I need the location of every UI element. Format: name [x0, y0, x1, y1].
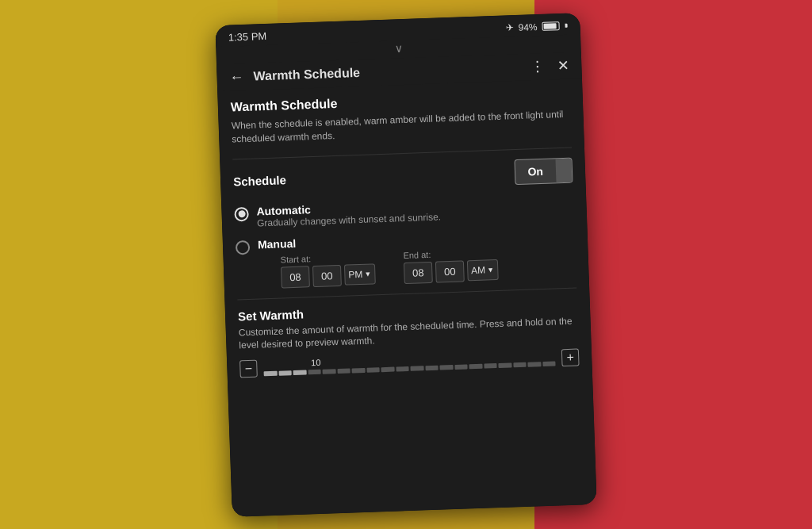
slider-segment: [484, 363, 497, 369]
schedule-toggle[interactable]: On: [514, 157, 573, 185]
time-row: Start at: 08 00 PM ▼: [280, 247, 498, 288]
battery-tip: [565, 23, 568, 27]
start-minute[interactable]: 00: [312, 264, 342, 286]
status-time: 1:35 PM: [228, 29, 267, 43]
slider-segment: [293, 370, 307, 375]
slider-segment: [410, 366, 423, 371]
end-hour[interactable]: 08: [404, 261, 433, 283]
status-icons: ✈ 94%: [505, 20, 567, 33]
device-screen: 1:35 PM ✈ 94% ∨ ← Warmth Schedule ⋮ ✕: [215, 13, 596, 517]
slider-decrease-button[interactable]: −: [239, 359, 258, 378]
slider-segment: [308, 370, 321, 375]
divider-2: [237, 287, 576, 300]
slider-segment: [513, 362, 527, 367]
more-icon[interactable]: ⋮: [530, 57, 545, 75]
slider-increase-button[interactable]: +: [561, 348, 580, 366]
start-label: Start at:: [280, 251, 374, 263]
page-description: When the schedule is enabled, warm amber…: [231, 107, 571, 146]
swipe-chevron-icon: ∨: [394, 41, 403, 54]
end-label: End at:: [403, 247, 497, 259]
slider-value: 10: [311, 358, 321, 367]
slider-segment: [469, 363, 482, 369]
slider-segment: [454, 364, 468, 370]
toggle-label: On: [515, 163, 556, 178]
end-time-group: End at: 08 00 AM ▼: [403, 247, 498, 283]
battery-icon: [542, 21, 559, 31]
device: 1:35 PM ✈ 94% ∨ ← Warmth Schedule ⋮ ✕: [215, 13, 596, 517]
slider-segment: [323, 369, 336, 374]
automatic-text: Automatic Gradually changes with sunset …: [256, 198, 441, 228]
slider-row: − 10 +: [239, 348, 580, 378]
nav-title: Warmth Schedule: [253, 59, 530, 83]
slider-segment: [425, 365, 439, 370]
slider-track[interactable]: [264, 360, 556, 377]
toggle-block: [555, 157, 572, 183]
end-minute[interactable]: 00: [435, 260, 465, 282]
automatic-radio[interactable]: [234, 206, 249, 221]
slider-segment: [264, 370, 278, 376]
end-ampm[interactable]: AM ▼: [467, 259, 499, 281]
slider-segment: [352, 368, 366, 374]
slider-segment: [396, 366, 409, 372]
slider-segment: [366, 367, 380, 373]
schedule-label: Schedule: [233, 173, 286, 188]
slider-segment: [381, 366, 394, 372]
manual-radio[interactable]: [236, 240, 251, 255]
manual-text: Manual Start at: 08 00 PM: [258, 229, 499, 288]
slider-wrapper: 10: [263, 349, 556, 377]
end-fields: 08 00 AM ▼: [404, 259, 499, 283]
ampm-dropdown-icon: ▼: [364, 270, 371, 278]
slider-segment: [527, 362, 541, 367]
battery-percent: 94%: [518, 21, 538, 33]
automatic-option[interactable]: Automatic Gradually changes with sunset …: [234, 194, 574, 229]
airplane-icon: ✈: [505, 21, 513, 33]
start-ampm[interactable]: PM ▼: [344, 263, 376, 285]
end-ampm-dropdown-icon: ▼: [487, 266, 494, 274]
slider-segment: [278, 370, 292, 376]
back-button[interactable]: ←: [229, 68, 244, 86]
slider-segment: [498, 362, 511, 368]
slider-segment: [337, 368, 350, 374]
start-time-group: Start at: 08 00 PM ▼: [280, 251, 375, 287]
manual-time-section: Start at: 08 00 PM ▼: [280, 242, 498, 288]
content-area: Warmth Schedule When the schedule is ena…: [217, 79, 596, 517]
nav-icons: ⋮ ✕: [530, 56, 569, 75]
start-fields: 08 00 PM ▼: [281, 263, 376, 287]
manual-option[interactable]: Manual Start at: 08 00 PM: [236, 227, 576, 289]
slider-segment: [542, 361, 556, 366]
divider-1: [232, 147, 572, 159]
schedule-row: Schedule On: [233, 157, 573, 194]
slider-segment: [439, 365, 453, 370]
close-button[interactable]: ✕: [557, 56, 569, 75]
start-hour[interactable]: 08: [281, 265, 310, 287]
